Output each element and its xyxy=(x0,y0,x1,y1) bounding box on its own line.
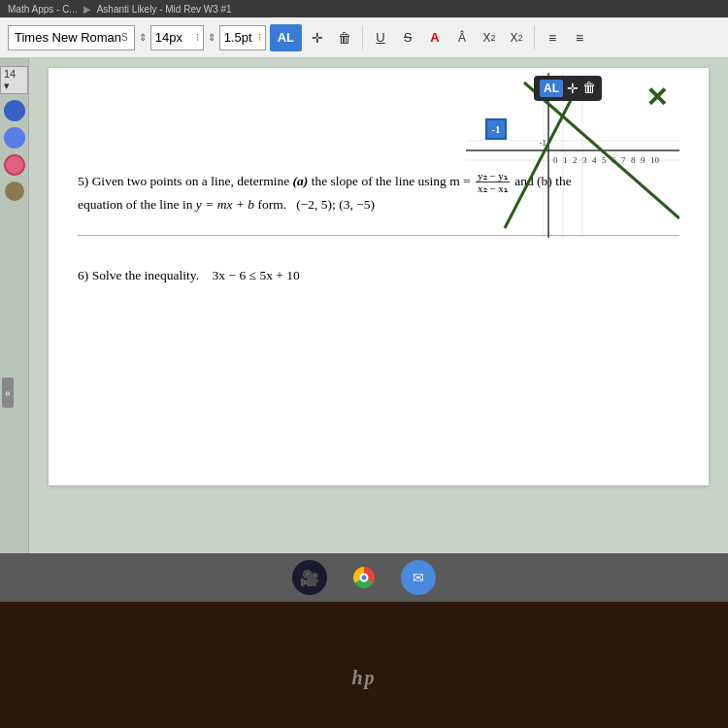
underline-button[interactable]: U xyxy=(369,26,392,50)
problem5-line2: equation of the line in xyxy=(78,197,192,212)
tab2-label[interactable]: Ashanti Likely - Mid Rev W3 #1 xyxy=(97,4,232,15)
chrome-inner xyxy=(360,574,369,582)
font-size-arrow: ⁝ xyxy=(196,32,199,43)
sidebar-number[interactable]: 14 ▾ xyxy=(0,66,28,94)
svg-text:4: 4 xyxy=(592,155,597,165)
font-size-value: 14px xyxy=(155,30,182,45)
svg-text:✕: ✕ xyxy=(645,83,668,113)
al-button[interactable]: AL xyxy=(270,24,302,51)
toolbar-divider-1 xyxy=(362,26,363,50)
taskbar: 🎥 ✉ xyxy=(0,553,728,602)
chrome-taskbar-icon[interactable] xyxy=(347,560,381,595)
problem5-points: (−2, 5); (3, −5) xyxy=(296,197,375,212)
problem5-parta: (a) xyxy=(293,174,309,188)
svg-text:7: 7 xyxy=(621,155,626,165)
problem-6: 6) Solve the inequality. 3x − 6 ≤ 5x + 1… xyxy=(78,265,679,286)
move-icon[interactable]: ✛ xyxy=(306,26,329,50)
sidebar-tool-3[interactable] xyxy=(4,154,25,176)
mail-icon: ✉ xyxy=(413,570,424,586)
svg-text:1: 1 xyxy=(563,155,568,165)
font-size-arrow2[interactable]: ⇕ xyxy=(208,32,215,43)
tab-separator: ▶ xyxy=(83,4,91,15)
selected-text-indicator: -1 xyxy=(485,118,507,140)
font-name-value: Times New Roman xyxy=(15,30,121,45)
chrome-icon xyxy=(353,567,375,588)
left-sidebar: 14 ▾ xyxy=(0,58,29,602)
svg-text:10: 10 xyxy=(650,155,660,165)
browser-bar: Math Apps - C... ▶ Ashanti Likely - Mid … xyxy=(0,0,728,17)
problem5-form: form. xyxy=(257,197,286,212)
line-height-arrow: ⁝ xyxy=(258,32,261,43)
problem6-number: 6) xyxy=(78,268,88,282)
line-height-value: 1.5pt xyxy=(224,30,252,45)
svg-text:0: 0 xyxy=(553,155,558,165)
sidebar-tool-2[interactable] xyxy=(4,127,25,149)
font-name-select[interactable]: Times New Roman S xyxy=(8,25,135,50)
collapse-button[interactable]: « xyxy=(2,378,14,408)
camera-icon: 🎥 xyxy=(300,569,319,587)
problem5-text: Given two points on a line, determine xyxy=(92,174,290,188)
float-trash-icon[interactable]: 🗑 xyxy=(582,81,596,96)
page: AL ✛ 🗑 xyxy=(49,68,709,485)
unordered-list-button[interactable]: ≡ xyxy=(541,26,564,50)
mail-taskbar-icon[interactable]: ✉ xyxy=(401,560,436,595)
floating-toolbar: AL ✛ 🗑 xyxy=(534,76,602,101)
sidebar-tool-4[interactable] xyxy=(5,182,24,201)
superscript-button[interactable]: X2 xyxy=(505,26,528,50)
tab1-label[interactable]: Math Apps - C... xyxy=(8,4,78,15)
main-content: 14 ▾ AL ✛ 🗑 xyxy=(0,58,728,602)
font-color-button[interactable]: A xyxy=(423,26,447,50)
problem5-ymxb: y = mx + b xyxy=(196,197,254,212)
camera-taskbar-icon[interactable]: 🎥 xyxy=(292,560,327,595)
float-al-button[interactable]: AL xyxy=(540,80,563,97)
svg-text:8: 8 xyxy=(631,155,636,165)
toolbar-divider-2 xyxy=(534,26,535,50)
strikethrough-button[interactable]: S xyxy=(396,26,419,50)
problem6-inequality: 3x − 6 ≤ 5x + 10 xyxy=(213,268,300,282)
svg-text:9: 9 xyxy=(641,155,645,165)
problem6-text: Solve the inequality. xyxy=(92,268,199,282)
font-size-select[interactable]: 14px ⁝ xyxy=(150,25,204,50)
font-name-arrow2[interactable]: ⇕ xyxy=(139,32,147,43)
document-area: AL ✛ 🗑 xyxy=(29,58,728,602)
screen: Math Apps - C... ▶ Ashanti Likely - Mid … xyxy=(0,0,728,602)
float-move-icon[interactable]: ✛ xyxy=(567,81,579,97)
hp-logo: hp xyxy=(351,667,376,689)
font-name-arrow: S xyxy=(121,32,128,43)
font-hat-button[interactable]: Â xyxy=(450,26,474,50)
subscript-button[interactable]: X2 xyxy=(478,26,501,50)
svg-text:-1: -1 xyxy=(540,138,547,148)
svg-text:3: 3 xyxy=(582,155,587,165)
svg-text:5: 5 xyxy=(602,155,607,165)
line-height-select[interactable]: 1.5pt ⁝ xyxy=(219,25,266,50)
problem5-number: 5) xyxy=(78,174,88,188)
svg-text:2: 2 xyxy=(573,155,578,165)
toolbar: Times New Roman S ⇕ 14px ⁝ ⇕ 1.5pt ⁝ AL … xyxy=(0,17,728,58)
ordered-list-button[interactable]: ≡ xyxy=(568,26,591,50)
problem5-slope-text: the slope of the line using xyxy=(312,174,447,188)
sidebar-tool-1[interactable] xyxy=(4,100,25,121)
trash-icon[interactable]: 🗑 xyxy=(333,26,356,50)
